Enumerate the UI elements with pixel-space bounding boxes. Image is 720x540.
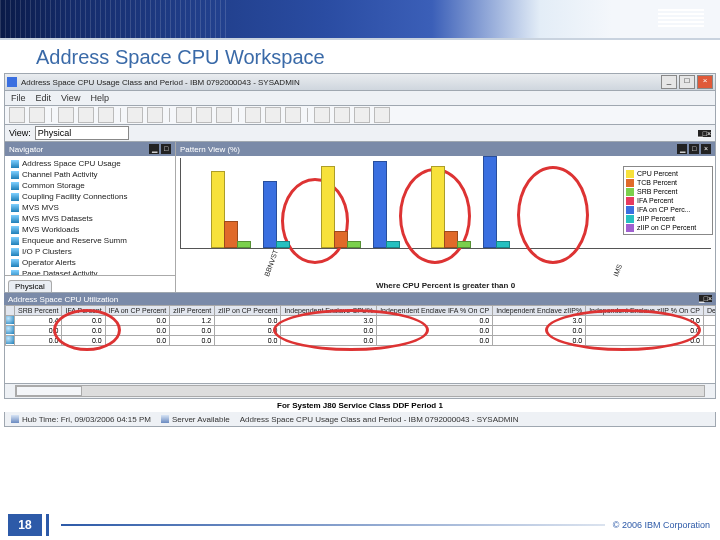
refresh-icon[interactable] xyxy=(78,107,94,123)
table-row[interactable]: 0.00.00.00.00.00.00.00.00.00.00.00.00.00… xyxy=(6,336,717,346)
save-icon[interactable] xyxy=(58,107,74,123)
cell: 0.0 xyxy=(105,316,169,326)
minimize-button[interactable]: _ xyxy=(661,75,677,89)
chart-close-icon[interactable]: × xyxy=(701,144,711,154)
bar[interactable] xyxy=(444,231,458,248)
cell: 0.0 xyxy=(215,316,281,326)
bar[interactable] xyxy=(321,166,335,248)
table-icon[interactable] xyxy=(196,107,212,123)
scrollbar-thumb[interactable] xyxy=(16,386,82,396)
grid-hscroll[interactable] xyxy=(4,384,716,399)
column-header[interactable]: zIIP Percent xyxy=(170,306,215,316)
status-bar: Hub Time: Fri, 09/03/2006 04:15 PM Serve… xyxy=(4,412,716,427)
app-icon xyxy=(7,77,17,87)
export-icon[interactable] xyxy=(147,107,163,123)
page-number: 18 xyxy=(8,514,42,536)
filter-icon[interactable] xyxy=(265,107,281,123)
cell: 0.0 xyxy=(170,336,215,346)
menu-help[interactable]: Help xyxy=(90,93,109,103)
nav-item[interactable]: Enqueue and Reserve Summ xyxy=(11,235,173,246)
tool-c-icon[interactable] xyxy=(374,107,390,123)
data-grid[interactable]: SRB PercentIFA PercentIFA on CP Percentz… xyxy=(4,305,716,384)
cell: 0.0 xyxy=(105,336,169,346)
column-header[interactable]: SRB Percent xyxy=(15,306,62,316)
x-label: IMS xyxy=(612,247,629,278)
maximize-button[interactable]: □ xyxy=(679,75,695,89)
print-icon[interactable] xyxy=(127,107,143,123)
menu-edit[interactable]: Edit xyxy=(36,93,52,103)
nav-item[interactable]: Operator Alerts xyxy=(11,257,173,268)
stop-icon[interactable] xyxy=(98,107,114,123)
column-header[interactable]: Independent Enclave zIIP % On CP xyxy=(586,306,704,316)
chart-max-icon[interactable]: □ xyxy=(689,144,699,154)
row-icon[interactable] xyxy=(6,316,15,326)
find-icon[interactable] xyxy=(285,107,301,123)
menu-file[interactable]: File xyxy=(11,93,26,103)
settings-icon[interactable] xyxy=(216,107,232,123)
row-icon[interactable] xyxy=(6,336,15,346)
cell: 0.0 xyxy=(215,326,281,336)
column-header[interactable]: IFA Percent xyxy=(62,306,105,316)
bar[interactable] xyxy=(263,181,277,248)
pane-min-icon[interactable]: ▁ xyxy=(698,130,703,137)
row-icon[interactable] xyxy=(6,326,15,336)
nav-item[interactable]: MVS MVS xyxy=(11,202,173,213)
bar[interactable] xyxy=(483,156,497,248)
nav-item[interactable]: Common Storage xyxy=(11,180,173,191)
nav-item[interactable]: Address Space CPU Usage xyxy=(11,158,173,169)
chart-min-icon[interactable]: ▁ xyxy=(677,144,687,154)
nav-item[interactable]: MVS MVS Datasets xyxy=(11,213,173,224)
copyright: © 2006 IBM Corporation xyxy=(613,520,710,530)
forward-button[interactable] xyxy=(29,107,45,123)
legend-item: SRB Percent xyxy=(626,187,710,196)
cell: 0.0 xyxy=(586,316,704,326)
nav-item[interactable]: I/O P Clusters xyxy=(11,246,173,257)
tool-a-icon[interactable] xyxy=(334,107,350,123)
toolbar xyxy=(4,106,716,125)
nav-item[interactable]: Channel Path Activity xyxy=(11,169,173,180)
bar[interactable] xyxy=(431,166,445,248)
bar[interactable] xyxy=(373,161,387,248)
zoom-icon[interactable] xyxy=(245,107,261,123)
pane-close-icon[interactable]: × xyxy=(707,130,711,137)
nav-min-icon[interactable]: ▁ xyxy=(149,144,159,154)
nav-tab-physical[interactable]: Physical xyxy=(8,280,52,292)
navigator-tree[interactable]: Address Space CPU Usage Channel Path Act… xyxy=(5,156,175,275)
middle-area: Navigator ▁□ Address Space CPU Usage Cha… xyxy=(4,142,716,293)
column-header[interactable]: zIIP on CP Percent xyxy=(215,306,281,316)
menu-view[interactable]: View xyxy=(61,93,80,103)
table-row[interactable]: 0.40.00.01.20.03.00.03.00.00.00.00.00.00… xyxy=(6,316,717,326)
nav-item[interactable]: Page Dataset Activity xyxy=(11,268,173,275)
server-icon xyxy=(161,415,169,423)
bar[interactable] xyxy=(224,221,238,248)
grid-close-icon[interactable]: × xyxy=(708,295,712,302)
grid-min-icon[interactable]: ▁ xyxy=(699,295,704,302)
grid-title: Address Space CPU Utilization xyxy=(8,295,118,304)
chart-icon[interactable] xyxy=(176,107,192,123)
close-button[interactable]: × xyxy=(697,75,713,89)
scrollbar-track[interactable] xyxy=(15,385,705,397)
column-header[interactable]: Independent Enclave zIIP% xyxy=(493,306,586,316)
column-header[interactable]: IFA on CP Percent xyxy=(105,306,169,316)
status-text: Server Available xyxy=(172,415,230,424)
table-row[interactable]: 0.00.00.00.00.00.00.00.00.00.00.00.00.00… xyxy=(6,326,717,336)
column-header[interactable]: Independent Enclave IFA % On CP xyxy=(377,306,493,316)
grid-title-bar: Address Space CPU Utilization ▁□× xyxy=(4,293,716,305)
bar[interactable] xyxy=(334,231,348,248)
chart-panel: Pattern View (%) ▁□× CPU PercentTCB Perc… xyxy=(176,142,715,292)
legend-item: IFA Percent xyxy=(626,196,710,205)
tool-b-icon[interactable] xyxy=(354,107,370,123)
nav-max-icon[interactable]: □ xyxy=(161,144,171,154)
nav-item[interactable]: MVS Workloads xyxy=(11,224,173,235)
nav-item[interactable]: Coupling Facility Connections xyxy=(11,191,173,202)
bar[interactable] xyxy=(211,171,225,248)
bar-chart[interactable]: CPU PercentTCB PercentSRB PercentIFA Per… xyxy=(180,158,711,249)
help-icon[interactable] xyxy=(314,107,330,123)
column-header[interactable]: Independent Enclave CPU% xyxy=(281,306,377,316)
back-button[interactable] xyxy=(9,107,25,123)
chart-title-bar: Pattern View (%) ▁□× xyxy=(176,142,715,156)
legend-item: zIIP on CP Percent xyxy=(626,223,710,232)
view-input[interactable] xyxy=(35,126,129,140)
status-server: Server Available xyxy=(161,415,230,424)
column-header[interactable]: Dependent Enclave CPU% xyxy=(703,306,716,316)
